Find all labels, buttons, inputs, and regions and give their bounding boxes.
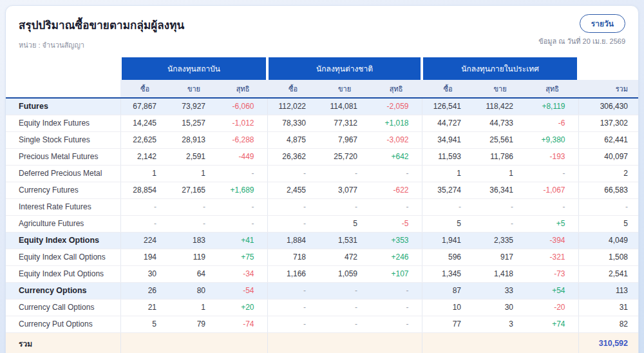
row-total-cell: 306,430 bbox=[578, 98, 638, 115]
group-header-institutional: นักลงทุนสถาบัน bbox=[120, 57, 267, 80]
value-cell: - bbox=[422, 198, 474, 215]
value-cell bbox=[422, 332, 474, 353]
subheader-buy: ซื้อ bbox=[422, 80, 474, 98]
row-total-cell: 2 bbox=[578, 165, 638, 182]
value-cell bbox=[319, 332, 370, 353]
value-cell: - bbox=[370, 282, 422, 299]
value-cell: 917 bbox=[474, 249, 526, 265]
value-cell: 80 bbox=[169, 282, 218, 299]
value-cell: -20 bbox=[526, 299, 578, 316]
value-cell: +353 bbox=[370, 232, 422, 249]
value-cell bbox=[120, 332, 169, 353]
value-cell: 78,330 bbox=[267, 115, 319, 131]
subheader-net: สุทธิ bbox=[526, 80, 578, 98]
value-cell: 3,077 bbox=[319, 182, 370, 198]
value-cell: +1,689 bbox=[218, 182, 267, 198]
group-header-institutional-label: นักลงทุนสถาบัน bbox=[122, 57, 266, 80]
row-label: Equity Index Put Options bbox=[6, 265, 120, 282]
row-total-cell: 1,508 bbox=[578, 249, 638, 265]
value-cell: - bbox=[169, 215, 218, 232]
group-header-row: นักลงทุนสถาบัน นักลงทุนต่างชาติ นักลงทุน… bbox=[6, 57, 638, 80]
value-cell: -321 bbox=[526, 249, 578, 265]
period-daily-button[interactable]: รายวัน bbox=[580, 14, 625, 33]
value-cell: 1,059 bbox=[319, 265, 370, 282]
value-cell: +9,380 bbox=[526, 131, 578, 148]
value-cell: 1 bbox=[169, 299, 218, 316]
as-of-date-label: ข้อมูล ณ วันที่ 20 เม.ย. 2569 bbox=[538, 35, 625, 47]
table-row: Interest Rate Futures---------- bbox=[6, 198, 638, 215]
value-cell: 194 bbox=[120, 249, 169, 265]
value-cell: 21 bbox=[120, 299, 169, 316]
value-cell: 67,867 bbox=[120, 98, 169, 115]
table-row: Precious Metal Futures2,1422,591-44926,3… bbox=[6, 148, 638, 165]
value-cell: 1,531 bbox=[319, 232, 370, 249]
row-total-cell: 82 bbox=[578, 316, 638, 332]
table-row: Futures67,86773,927-6,060112,022114,081-… bbox=[6, 98, 638, 115]
value-cell: 1,941 bbox=[422, 232, 474, 249]
value-cell: +75 bbox=[218, 249, 267, 265]
card-header: สรุปปริมาณซื้อขายตามกลุ่มผู้ลงทุน หน่วย … bbox=[6, 6, 638, 56]
value-cell: - bbox=[218, 165, 267, 182]
value-cell: 2,142 bbox=[120, 148, 169, 165]
row-label: Equity Index Options bbox=[6, 232, 120, 249]
value-cell: - bbox=[526, 198, 578, 215]
page-title: สรุปปริมาณซื้อขายตามกลุ่มผู้ลงทุน bbox=[19, 16, 625, 33]
row-label: Precious Metal Futures bbox=[6, 148, 120, 165]
group-header-spacer bbox=[6, 57, 120, 80]
value-cell: - bbox=[474, 215, 526, 232]
summary-card: สรุปปริมาณซื้อขายตามกลุ่มผู้ลงทุน หน่วย … bbox=[5, 5, 639, 353]
table-row: Deferred Precious Metal11----11-2 bbox=[6, 165, 638, 182]
row-total-cell: 62,441 bbox=[578, 131, 638, 148]
value-cell: - bbox=[526, 165, 578, 182]
row-label: Equity Index Futures bbox=[6, 115, 120, 131]
value-cell: - bbox=[218, 215, 267, 232]
value-cell: -2,059 bbox=[370, 98, 422, 115]
value-cell: 33 bbox=[474, 282, 526, 299]
table-row: Agriculture Futures----5-55-+55 bbox=[6, 215, 638, 232]
subheader-total: รวม bbox=[578, 80, 638, 98]
value-cell: 27,165 bbox=[169, 182, 218, 198]
value-cell: - bbox=[319, 282, 370, 299]
value-cell: 596 bbox=[422, 249, 474, 265]
group-header-foreign-label: นักลงทุนต่างชาติ bbox=[269, 57, 421, 80]
value-cell: 34,941 bbox=[422, 131, 474, 148]
value-cell: - bbox=[267, 165, 319, 182]
value-cell: -54 bbox=[218, 282, 267, 299]
row-label: รวม bbox=[6, 332, 120, 353]
value-cell: -6 bbox=[526, 115, 578, 131]
table-row: Currency Options2680-54---8733+54113 bbox=[6, 282, 638, 299]
value-cell: 2,335 bbox=[474, 232, 526, 249]
value-cell: - bbox=[319, 165, 370, 182]
value-cell: - bbox=[370, 316, 422, 332]
value-cell bbox=[218, 332, 267, 353]
subheader-buy: ซื้อ bbox=[267, 80, 319, 98]
value-cell: 2,455 bbox=[267, 182, 319, 198]
value-cell: 73,927 bbox=[169, 98, 218, 115]
value-cell: - bbox=[267, 316, 319, 332]
value-cell: 1,418 bbox=[474, 265, 526, 282]
value-cell: -193 bbox=[526, 148, 578, 165]
subheader-spacer bbox=[6, 80, 120, 98]
subheader-sell: ขาย bbox=[474, 80, 526, 98]
value-cell: +41 bbox=[218, 232, 267, 249]
value-cell: -6,288 bbox=[218, 131, 267, 148]
value-cell: 5 bbox=[422, 215, 474, 232]
unit-label: หน่วย : จำนวนสัญญา bbox=[19, 39, 625, 51]
value-cell: -5 bbox=[370, 215, 422, 232]
value-cell: 5 bbox=[319, 215, 370, 232]
table-row: Equity Index Put Options3064-341,1661,05… bbox=[6, 265, 638, 282]
value-cell: -622 bbox=[370, 182, 422, 198]
row-label: Currency Call Options bbox=[6, 299, 120, 316]
value-cell: 112,022 bbox=[267, 98, 319, 115]
value-cell: 11,786 bbox=[474, 148, 526, 165]
table-row: Equity Index Call Options194119+75718472… bbox=[6, 249, 638, 265]
value-cell: 22,625 bbox=[120, 131, 169, 148]
value-cell: +5 bbox=[526, 215, 578, 232]
subheader-net: สุทธิ bbox=[370, 80, 422, 98]
value-cell bbox=[474, 332, 526, 353]
subheader-sell: ขาย bbox=[319, 80, 370, 98]
value-cell: 1 bbox=[169, 165, 218, 182]
value-cell: 1,166 bbox=[267, 265, 319, 282]
value-cell: 25,720 bbox=[319, 148, 370, 165]
value-cell: +1,018 bbox=[370, 115, 422, 131]
